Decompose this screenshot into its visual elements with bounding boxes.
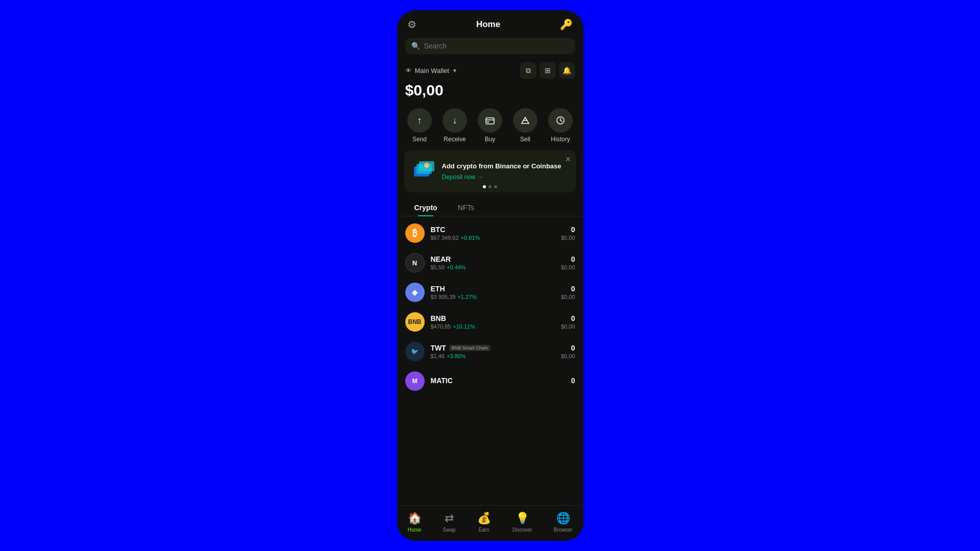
promo-banner: Add crypto from Binance or Coinbase Depo… xyxy=(404,150,576,192)
near-balance-usd: $0,00 xyxy=(561,264,575,270)
home-icon: 🏠 xyxy=(408,512,422,525)
btc-price-row: $67 349,62 +0.81% xyxy=(431,235,555,241)
tab-crypto[interactable]: Crypto xyxy=(404,199,448,216)
promo-close-button[interactable]: ✕ xyxy=(565,155,571,163)
crypto-list: ₿ BTC $67 349,62 +0.81% 0 $0,00 N NEAR $… xyxy=(397,216,583,505)
svg-rect-1 xyxy=(487,121,489,122)
deposit-link-text: Deposit now xyxy=(442,173,476,181)
near-logo: N xyxy=(405,253,425,272)
promo-title: Add crypto from Binance or Coinbase xyxy=(442,162,569,171)
twt-info: TWT BNB Smart Chain $1,46 +3.80% xyxy=(431,344,555,359)
list-item-near[interactable]: N NEAR $5,50 +0.44% 0 $0,00 xyxy=(397,248,583,278)
buy-icon-circle xyxy=(478,108,502,133)
arrow-icon: → xyxy=(478,173,484,181)
browser-icon: 🌐 xyxy=(556,512,570,525)
near-price: $5,50 xyxy=(431,264,445,270)
grid-button[interactable]: ⊞ xyxy=(540,62,556,79)
nav-earn[interactable]: 💰 Earn xyxy=(469,510,499,535)
browser-label: Browser xyxy=(554,527,573,533)
near-info: NEAR $5,50 +0.44% xyxy=(431,255,555,270)
twt-change: +3.80% xyxy=(447,353,466,359)
notifications-button[interactable]: 🔔 xyxy=(559,62,575,79)
bottom-nav: 🏠 Home ⇄ Swap 💰 Earn 💡 Discover 🌐 Browse… xyxy=(397,505,583,541)
nav-discover[interactable]: 💡 Discover xyxy=(504,510,541,535)
nav-home[interactable]: 🏠 Home xyxy=(400,510,430,535)
near-symbol: NEAR xyxy=(431,255,555,263)
svg-rect-0 xyxy=(486,118,494,124)
buy-button[interactable]: Buy xyxy=(478,108,502,143)
eth-balance-usd: $0,00 xyxy=(561,294,575,300)
visibility-icon: 👁 xyxy=(405,67,412,74)
nav-swap[interactable]: ⇄ Swap xyxy=(435,510,464,535)
key-icon[interactable]: 🔑 xyxy=(560,18,573,31)
discover-icon: 💡 xyxy=(516,512,529,525)
deposit-now-link[interactable]: Deposit now → xyxy=(442,173,569,181)
bnb-price-row: $470,85 +10.11% xyxy=(431,323,555,330)
earn-icon: 💰 xyxy=(477,512,491,525)
asset-tabs: Crypto NFTs xyxy=(397,196,583,216)
wallet-name: Main Wallet xyxy=(415,67,449,74)
promo-dot-3 xyxy=(494,185,497,188)
search-bar[interactable]: 🔍 xyxy=(405,38,575,54)
history-icon-circle xyxy=(548,108,573,133)
sell-icon-circle xyxy=(513,108,537,133)
settings-icon[interactable]: ⚙ xyxy=(407,18,416,31)
earn-label: Earn xyxy=(479,527,489,533)
bnb-balance: 0 $0,00 xyxy=(561,314,575,330)
promo-image xyxy=(411,156,437,186)
wallet-balance: $0,00 xyxy=(405,82,575,99)
history-button[interactable]: History xyxy=(548,108,573,143)
twt-price-row: $1,46 +3.80% xyxy=(431,353,555,359)
eth-logo: ◆ xyxy=(405,283,425,302)
eth-price: $3 905,39 xyxy=(431,294,456,300)
tab-nfts[interactable]: NFTs xyxy=(448,199,485,216)
buy-label: Buy xyxy=(485,136,496,143)
btc-balance: 0 $0,00 xyxy=(561,226,575,241)
receive-label: Receive xyxy=(444,136,465,143)
twt-price: $1,46 xyxy=(431,353,445,359)
sell-label: Sell xyxy=(520,136,530,143)
eth-symbol: ETH xyxy=(431,285,555,293)
list-item-btc[interactable]: ₿ BTC $67 349,62 +0.81% 0 $0,00 xyxy=(397,218,583,248)
list-item-matic[interactable]: M MATIC 0 xyxy=(397,366,583,396)
list-item-eth[interactable]: ◆ ETH $3 905,39 +1.27% 0 $0,00 xyxy=(397,278,583,307)
twt-balance-usd: $0,00 xyxy=(561,353,575,359)
eth-balance: 0 $0,00 xyxy=(561,285,575,300)
btc-change: +0.81% xyxy=(461,235,480,241)
wallet-label[interactable]: 👁 Main Wallet ▼ xyxy=(405,67,457,74)
twt-balance-amount: 0 xyxy=(561,344,575,352)
receive-button[interactable]: ↓ Receive xyxy=(443,108,467,143)
btc-price: $67 349,62 xyxy=(431,235,459,241)
sell-button[interactable]: Sell xyxy=(513,108,537,143)
promo-dot-1 xyxy=(483,185,486,188)
send-button[interactable]: ↑ Send xyxy=(407,108,432,143)
eth-info: ETH $3 905,39 +1.27% xyxy=(431,285,555,300)
history-label: History xyxy=(551,136,570,143)
btc-symbol: BTC xyxy=(431,226,555,234)
twt-balance: 0 $0,00 xyxy=(561,344,575,359)
list-item-bnb[interactable]: BNB BNB $470,85 +10.11% 0 $0,00 xyxy=(397,307,583,337)
nav-browser[interactable]: 🌐 Browser xyxy=(546,510,581,535)
btc-balance-amount: 0 xyxy=(561,226,575,234)
bnb-info: BNB $470,85 +10.11% xyxy=(431,314,555,330)
search-input[interactable] xyxy=(424,42,569,50)
btc-logo: ₿ xyxy=(405,223,425,243)
promo-dot-2 xyxy=(488,185,492,188)
btc-info: BTC $67 349,62 +0.81% xyxy=(431,226,555,241)
send-label: Send xyxy=(412,136,427,143)
action-buttons: ↑ Send ↓ Receive Buy xyxy=(397,101,583,146)
search-icon: 🔍 xyxy=(411,42,420,50)
matic-balance-amount: 0 xyxy=(571,377,575,385)
eth-change: +1.27% xyxy=(457,294,477,300)
eth-price-row: $3 905,39 +1.27% xyxy=(431,294,555,300)
phone-app: ⚙ Home 🔑 🔍 👁 Main Wallet ▼ ⧉ ⊞ 🔔 $0,00 ↑… xyxy=(397,10,583,541)
swap-icon: ⇄ xyxy=(445,512,454,525)
list-item-twt[interactable]: 🐦 TWT BNB Smart Chain $1,46 +3.80% 0 $0,… xyxy=(397,337,583,366)
send-icon-circle: ↑ xyxy=(407,108,432,133)
copy-button[interactable]: ⧉ xyxy=(520,62,536,79)
btc-balance-usd: $0,00 xyxy=(561,235,575,241)
bnb-balance-usd: $0,00 xyxy=(561,323,575,330)
near-balance: 0 $0,00 xyxy=(561,255,575,270)
matic-symbol: MATIC xyxy=(431,377,565,385)
bnb-price: $470,85 xyxy=(431,323,451,330)
